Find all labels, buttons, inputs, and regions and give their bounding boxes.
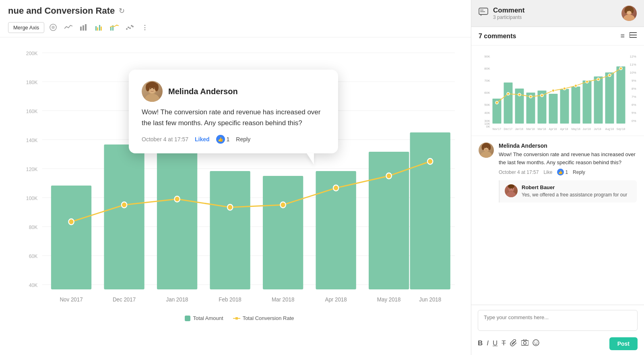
comment-like-count: 👍 1 (557, 169, 568, 175)
svg-point-11 (126, 28, 128, 30)
svg-point-117 (529, 95, 532, 98)
svg-text:Apr'18: Apr'18 (549, 128, 557, 131)
svg-point-149 (508, 184, 514, 188)
svg-point-124 (608, 74, 611, 77)
chart-type-line[interactable] (62, 21, 75, 34)
comment-time: October 4 at 17:57 (499, 169, 539, 175)
svg-text:60K: 60K (484, 91, 490, 95)
reply-button[interactable]: Reply (236, 136, 250, 142)
legend-conversion-rate: Total Conversion Rate (233, 315, 294, 321)
svg-point-49 (427, 159, 433, 164)
svg-text:5%: 5% (632, 111, 636, 115)
svg-rect-112 (605, 72, 614, 124)
legend-amount-checkbox[interactable] (185, 316, 190, 321)
svg-rect-3 (83, 25, 84, 31)
svg-text:0%: 0% (632, 119, 636, 123)
panel-mini-chart: 12% 11% 10% 9% 8% 7% 6% 5% 0% 90K 80K 70… (471, 45, 644, 136)
svg-rect-111 (594, 76, 603, 124)
chart-panel: nue and Conversion Rate ↻ Merge Axis ⋮ 2… (0, 0, 471, 355)
emoji-icon[interactable] (533, 339, 539, 348)
bubble-avatar (142, 81, 163, 102)
svg-rect-4 (85, 24, 87, 31)
like-button[interactable]: Like (543, 169, 552, 175)
chart-more-options[interactable]: ⋮ (138, 21, 151, 34)
svg-text:Nov 2017: Nov 2017 (60, 296, 83, 303)
reply-button[interactable]: Reply (573, 169, 585, 175)
camera-icon[interactable] (521, 339, 528, 348)
svg-rect-5 (95, 26, 97, 31)
comment-text: Wow! The conversion rate and revenue has… (499, 151, 637, 166)
header-user-avatar (621, 6, 637, 21)
refresh-icon[interactable]: ↻ (119, 6, 125, 15)
reply-body: Robert Bauer Yes, we offered a free assi… (522, 184, 627, 198)
legend-rate-line-icon (233, 316, 240, 321)
liked-button[interactable]: Liked (195, 136, 210, 142)
comment-avatar-melinda (479, 142, 494, 158)
bubble-author: Melinda Anderson (142, 81, 325, 102)
attachment-icon[interactable] (510, 339, 517, 348)
svg-rect-38 (263, 176, 303, 289)
svg-rect-34 (51, 186, 91, 289)
svg-text:100K: 100K (26, 195, 38, 202)
legend-total-amount: Total Amount (185, 315, 223, 321)
merge-axis-button[interactable]: Merge Axis (8, 22, 44, 33)
svg-text:Jan'18: Jan'18 (515, 128, 524, 130)
svg-rect-7 (99, 25, 100, 31)
svg-text:7%: 7% (632, 95, 636, 99)
svg-point-125 (619, 67, 622, 70)
svg-point-43 (122, 202, 127, 208)
chart-type-grouped-bar[interactable] (93, 21, 105, 34)
svg-text:12%: 12% (630, 55, 636, 58)
svg-text:Jul'18: Jul'18 (594, 128, 601, 130)
svg-text:9%: 9% (632, 79, 636, 83)
svg-point-114 (495, 101, 498, 104)
svg-point-115 (507, 93, 510, 95)
svg-point-1 (52, 26, 55, 29)
comment-header-left: Comment 3 participants (479, 6, 524, 20)
post-button[interactable]: Post (609, 337, 638, 350)
menu-icon[interactable]: ≡ (620, 32, 625, 40)
svg-text:180K: 180K (26, 79, 38, 86)
chart-type-scatter[interactable] (123, 21, 136, 34)
svg-point-76 (625, 8, 627, 13)
svg-text:8%: 8% (632, 87, 636, 91)
comment-author: Melinda Anderson (499, 142, 637, 149)
italic-icon[interactable]: I (487, 339, 489, 348)
svg-point-12 (128, 27, 129, 28)
svg-rect-36 (157, 147, 197, 289)
bold-icon[interactable]: B (478, 339, 483, 348)
comment-panel-header: Comment 3 participants (471, 0, 644, 27)
strikethrough-icon[interactable]: T (502, 339, 506, 348)
chart-type-bar[interactable] (77, 21, 90, 34)
comment-toolbar: B I U T Post (478, 336, 638, 352)
svg-point-119 (552, 89, 555, 92)
svg-point-15 (132, 26, 134, 27)
svg-point-157 (537, 342, 537, 343)
svg-point-78 (627, 10, 628, 11)
underline-icon[interactable]: U (493, 339, 497, 348)
comment-item: Melinda Anderson Wow! The conversion rat… (479, 142, 637, 202)
svg-point-64 (146, 83, 150, 91)
chart-header: nue and Conversion Rate ↻ (0, 0, 471, 19)
svg-rect-103 (504, 83, 513, 124)
svg-point-65 (155, 83, 159, 91)
svg-rect-109 (572, 87, 580, 124)
comment-bubble: Melinda Anderson Wow! The conversion rat… (129, 70, 338, 153)
svg-text:90K: 90K (484, 55, 490, 58)
like-number: 1 (227, 136, 230, 142)
svg-text:Jun 2018: Jun 2018 (419, 296, 441, 303)
svg-point-150 (510, 188, 510, 189)
svg-rect-2 (80, 27, 82, 31)
comment-participants: 3 participants (493, 14, 524, 20)
svg-rect-113 (617, 66, 625, 124)
chart-type-combo[interactable] (108, 21, 121, 34)
comment-input[interactable] (478, 310, 638, 331)
svg-text:Apr'18: Apr'18 (560, 128, 568, 131)
svg-text:70K: 70K (484, 79, 490, 83)
svg-point-13 (129, 27, 131, 29)
svg-text:10%: 10% (630, 71, 636, 74)
svg-point-47 (333, 185, 339, 191)
list-icon[interactable] (630, 32, 637, 40)
chart-type-circle[interactable] (47, 21, 60, 34)
like-count: 👍 1 (216, 135, 230, 144)
